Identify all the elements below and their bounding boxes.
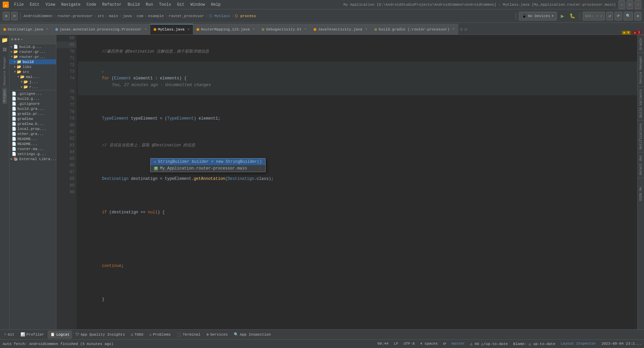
breadcrumb-process[interactable]: ⬡ process bbox=[235, 14, 256, 18]
tab-processor[interactable]: javax.annotation.processing.Processor × bbox=[52, 24, 150, 34]
menu-window[interactable]: Window bbox=[188, 2, 208, 8]
resource-manager-icon[interactable]: 🖼 bbox=[1, 46, 9, 54]
btn-terminal[interactable]: ⬛ Terminal bbox=[174, 331, 203, 339]
menu-git[interactable]: Git bbox=[174, 2, 187, 8]
menu-navigate[interactable]: Navigate bbox=[58, 2, 83, 8]
right-tab-notifications[interactable]: Notifications bbox=[638, 120, 644, 152]
tree-gitignore1[interactable]: 📄.gitigne... bbox=[9, 91, 56, 96]
window-close[interactable]: × bbox=[635, 0, 641, 9]
tree-buildg2[interactable]: 📄build.g... bbox=[9, 96, 56, 101]
menu-build[interactable]: Build bbox=[125, 2, 142, 8]
resource-manager-label[interactable]: Resource Manager bbox=[2, 55, 7, 87]
close-debug[interactable]: × bbox=[305, 27, 307, 31]
sync-icon[interactable]: ⟳ bbox=[443, 342, 446, 346]
tree-router-gr[interactable]: ▶ 📂 router-gr... bbox=[9, 49, 56, 54]
menu-edit[interactable]: Edit bbox=[27, 2, 42, 8]
refresh-btn[interactable]: ↺ bbox=[606, 12, 613, 20]
toolbar-settings[interactable]: ⚙ bbox=[3, 12, 10, 20]
menu-file[interactable]: File bbox=[11, 2, 26, 8]
breadcrumb-myclass[interactable]: ⬡ MyClass bbox=[209, 14, 230, 18]
btn-services[interactable]: ⚙ Services bbox=[204, 331, 230, 339]
indent[interactable]: 4 spaces bbox=[420, 342, 438, 346]
btn-profiler[interactable]: 📊 Profiler bbox=[18, 331, 47, 339]
git-check[interactable]: Git: ✓ ✓ bbox=[583, 12, 605, 20]
btn-problems[interactable]: ⚠ Problems bbox=[147, 331, 173, 339]
settings-btn[interactable]: ⚙ bbox=[634, 12, 641, 20]
tree-readme1[interactable]: 📄README... bbox=[9, 136, 56, 141]
breadcrumb-main[interactable]: main bbox=[109, 14, 118, 18]
tree-gradlepr[interactable]: 📄gradle.pr... bbox=[9, 111, 56, 116]
close-myclass[interactable]: × bbox=[187, 28, 190, 31]
tab-destinatign[interactable]: Destinatign.java × bbox=[0, 24, 52, 34]
tree-main[interactable]: ▼ 📂 mai... bbox=[9, 74, 56, 79]
close-routermapping[interactable]: × bbox=[253, 27, 255, 31]
menu-help[interactable]: Help bbox=[208, 2, 223, 8]
tree-build-g[interactable]: ▶ 📄 build.g... bbox=[9, 44, 56, 49]
toolbar-collapse[interactable]: ≡ bbox=[11, 12, 18, 20]
breadcrumb-androidcommon[interactable]: AndroidCommon bbox=[23, 14, 52, 18]
code-editor[interactable]: 68 69 70 71 72 73 74 75 76 77 78 79 80 8… bbox=[56, 35, 637, 329]
close-destinatign[interactable]: × bbox=[46, 27, 48, 31]
ac-more-dots[interactable]: ⋮ bbox=[259, 166, 262, 170]
project-label[interactable]: Project bbox=[2, 88, 7, 104]
menu-run[interactable]: Run bbox=[143, 2, 156, 8]
window-minimize[interactable]: – bbox=[619, 0, 625, 9]
right-tab-build-variants[interactable]: Build Variants bbox=[638, 86, 644, 120]
tab-debugactivity[interactable]: DebugActivity.kt × bbox=[258, 24, 310, 34]
code-content[interactable]: //遍历所有 @Destination 注解信息，挨个获取详细信息 ▷ for … bbox=[76, 35, 637, 329]
menu-tools[interactable]: Tools bbox=[156, 2, 174, 8]
tree-gitignore2[interactable]: 📄.gitignore bbox=[9, 101, 56, 106]
tree-routerma[interactable]: 📄router-ma... bbox=[9, 146, 56, 151]
close-buildgradle[interactable]: × bbox=[452, 27, 454, 31]
ac-item-1[interactable]: ◈ StringBuilder builder = new StringBuil… bbox=[151, 158, 265, 165]
breadcrumb-java[interactable]: java bbox=[123, 14, 131, 18]
tree-settingsg[interactable]: 📄settings.g... bbox=[9, 151, 56, 156]
tree-gradlew1[interactable]: 📄gradlew bbox=[9, 116, 56, 121]
tree-java[interactable]: ▼ 📂 j... bbox=[9, 79, 56, 84]
panel-settings-icon[interactable]: ⚙ bbox=[18, 38, 19, 41]
menu-view[interactable]: View bbox=[43, 2, 58, 8]
breadcrumb-router-processor-pkg[interactable]: router_processor bbox=[169, 14, 204, 18]
right-tab-gradle[interactable]: Gradle bbox=[638, 35, 644, 53]
autocomplete-popup[interactable]: ◈ StringBuilder builder = new StringBuil… bbox=[150, 158, 266, 172]
tree-readme2[interactable]: 📄README... bbox=[9, 141, 56, 146]
panel-close-icon[interactable]: — bbox=[21, 38, 22, 41]
tab-javatestactivity[interactable]: JavaTesActivity.java × bbox=[310, 24, 371, 34]
right-tab-detect-doc[interactable]: detect doc bbox=[638, 152, 644, 178]
menu-code[interactable]: Code bbox=[84, 2, 99, 8]
sync-btn[interactable]: ⟳ bbox=[614, 12, 622, 20]
tree-external[interactable]: ▶📚External Libra... bbox=[9, 156, 56, 161]
btn-app-inspection[interactable]: 🔍 App Inspection bbox=[231, 331, 273, 339]
tab-myclass[interactable]: MyClass.java × bbox=[150, 24, 193, 34]
menu-refactor[interactable]: Refactor bbox=[100, 2, 124, 8]
breadcrumb-src[interactable]: src bbox=[98, 14, 104, 18]
branch[interactable]: master bbox=[451, 342, 465, 346]
btn-logcat[interactable]: 📋 Logcat bbox=[48, 331, 72, 339]
tree-gradlew2[interactable]: 📄gradlew.b... bbox=[9, 121, 56, 126]
project-icon[interactable]: 📁 bbox=[1, 36, 9, 44]
line-sep[interactable]: LF bbox=[394, 342, 398, 346]
right-tab-device-manager[interactable]: Device Manager bbox=[638, 53, 644, 86]
btn-app-quality[interactable]: 🛡 App Quality Insights bbox=[73, 331, 127, 339]
close-processor[interactable]: × bbox=[145, 27, 147, 31]
tab-scroll-left[interactable]: ◁ bbox=[458, 24, 464, 34]
window-maximize[interactable]: □ bbox=[627, 0, 633, 9]
tree-router-pr[interactable]: ▼ 📂 router-pr... bbox=[9, 54, 56, 59]
tree-othergra[interactable]: 📄other.gra... bbox=[9, 131, 56, 136]
search-btn[interactable]: 🔍 bbox=[624, 12, 633, 20]
breadcrumb-com[interactable]: com bbox=[137, 14, 143, 18]
btn-todo[interactable]: ☑ TODO bbox=[128, 331, 146, 339]
tab-buildgradle[interactable]: build.gradle (:router-processor) × bbox=[371, 24, 458, 34]
cursor-position[interactable]: 69:44 bbox=[377, 342, 388, 346]
encoding[interactable]: UTF-8 bbox=[404, 342, 415, 346]
device-dropdown[interactable]: 📱 No Devices ▾ bbox=[519, 12, 557, 20]
right-tab-osdn[interactable]: OSDN Me... bbox=[638, 178, 644, 204]
ac-item-2[interactable]: M My_Application.router-processor.main ⋮ bbox=[151, 165, 265, 172]
tree-libs[interactable]: ▶ 📂 libs bbox=[9, 64, 56, 69]
run-button[interactable]: ▶ bbox=[558, 12, 567, 20]
breadcrumb-example[interactable]: example bbox=[148, 14, 164, 18]
breadcrumb-router-processor[interactable]: router-processor bbox=[57, 14, 93, 18]
tab-routermapping[interactable]: RouterMapping_123.java × bbox=[193, 24, 258, 34]
btn-git[interactable]: ⑂ Git bbox=[1, 331, 17, 339]
close-javatest[interactable]: × bbox=[365, 27, 367, 31]
